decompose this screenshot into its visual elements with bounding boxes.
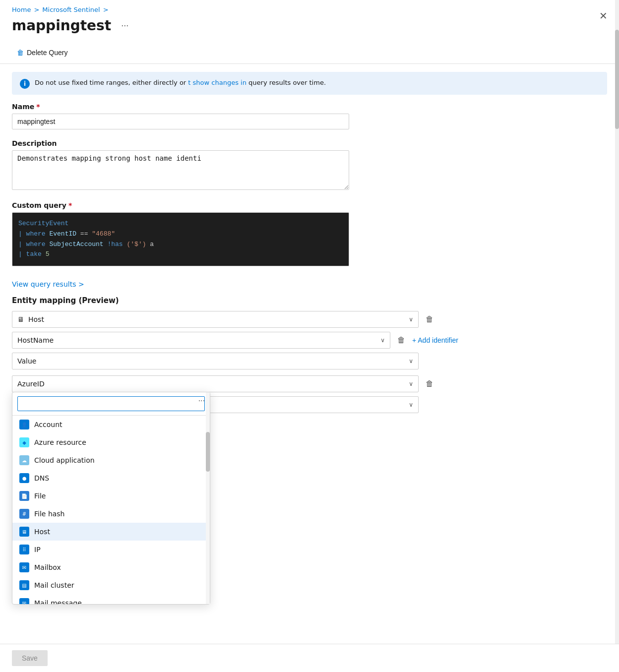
code-line-1: SecurityEvent <box>18 219 343 229</box>
azure-dropdown-row: AzureID ∨ 🗑 <box>12 375 458 392</box>
entity-label-account: Account <box>34 421 62 428</box>
dropdown-item-ip[interactable]: ⠿IP <box>12 541 210 558</box>
dropdown-items-list: 👤Account◆Azure resource☁Cloud applicatio… <box>12 416 210 604</box>
value1-label: Value <box>17 357 36 365</box>
host-icon: 🖥 <box>17 315 24 323</box>
name-required: * <box>36 103 40 111</box>
query-required: * <box>68 201 72 209</box>
host-selector[interactable]: 🖥 Host ∨ <box>12 311 419 328</box>
more-options-button[interactable]: ··· <box>117 18 132 33</box>
entity-icon-dns: ● <box>19 473 29 483</box>
entity-icon-mail_message: ✉ <box>19 598 29 604</box>
code-line-4: | take 5 <box>18 249 343 260</box>
entity-icon-file: 📄 <box>19 491 29 501</box>
page-scrollbar[interactable] <box>615 0 619 672</box>
entity-label-cloud_application: Cloud application <box>34 456 95 464</box>
entity-label-file_hash: File hash <box>34 510 65 518</box>
query-label: Custom query * <box>12 201 607 209</box>
view-query-link[interactable]: View query results > <box>12 280 84 288</box>
add-identifier-label: + Add identifier <box>412 336 458 344</box>
footer-actions: Save <box>0 644 619 672</box>
value1-selector[interactable]: Value ∨ <box>12 353 419 369</box>
entity-label-ip: IP <box>34 546 41 553</box>
hostname-label: HostName <box>17 336 54 344</box>
breadcrumb-sep2: > <box>103 6 109 13</box>
close-button[interactable]: ✕ <box>595 8 611 24</box>
info-banner: i Do not use fixed time ranges, either d… <box>12 72 607 95</box>
query-group: Custom query * SecurityEvent | where Eve… <box>12 201 607 266</box>
entity-icon-host: 🖥 <box>19 527 29 537</box>
code-line-2: | where EventID == "4688" <box>18 229 343 240</box>
dropdown-search-input[interactable] <box>17 396 205 411</box>
entity-icon-ip: ⠿ <box>19 545 29 554</box>
page-title: mappingtest <box>12 17 111 34</box>
dropdown-item-mail_cluster[interactable]: ▤Mail cluster <box>12 576 210 594</box>
entity-icon-cloud_application: ☁ <box>19 455 29 465</box>
form-section: Name * Description Demonstrates mapping … <box>0 103 619 413</box>
dropdown-scrollbar-thumb <box>206 432 210 472</box>
code-editor[interactable]: SecurityEvent | where EventID == "4688" … <box>12 212 349 266</box>
entity-icon-file_hash: # <box>19 509 29 519</box>
host-chevron: ∨ <box>409 316 413 323</box>
info-icon: i <box>20 79 30 89</box>
trash-icon: 🗑 <box>17 49 24 57</box>
delete-hostname-button[interactable]: 🗑 <box>394 333 408 348</box>
azure-selector[interactable]: AzureID ∨ <box>12 375 419 392</box>
delete-azure-button[interactable]: 🗑 <box>423 376 436 391</box>
dropdown-item-mailbox[interactable]: ✉Mailbox <box>12 558 210 576</box>
description-textarea[interactable]: Demonstrates mapping strong host name id… <box>12 150 349 190</box>
breadcrumb-home[interactable]: Home <box>12 6 31 13</box>
azure-chevron: ∨ <box>409 380 413 387</box>
dropdown-item-account[interactable]: 👤Account <box>12 416 210 433</box>
description-label: Description <box>12 139 607 147</box>
host-dropdown-row: 🖥 Host ∨ 🗑 <box>12 311 458 328</box>
dropdown-more-button[interactable]: ··· <box>198 396 205 405</box>
info-text: Do not use fixed time ranges, either dir… <box>35 78 326 88</box>
azure-label: AzureID <box>17 380 45 388</box>
dropdown-item-file[interactable]: 📄File <box>12 487 210 505</box>
host-label: Host <box>28 315 44 323</box>
breadcrumb-sentinel[interactable]: Microsoft Sentinel <box>42 6 100 13</box>
name-input[interactable] <box>12 114 349 129</box>
entity-label-mail_cluster: Mail cluster <box>34 581 74 589</box>
entity-label-dns: DNS <box>34 474 49 482</box>
description-group: Description Demonstrates mapping strong … <box>12 139 607 191</box>
dropdown-item-host[interactable]: 🖥Host <box>12 523 210 541</box>
dropdown-item-azure_resource[interactable]: ◆Azure resource <box>12 433 210 451</box>
delete-query-button[interactable]: 🗑 Delete Query <box>12 46 72 60</box>
save-button[interactable]: Save <box>12 650 48 666</box>
entity-label-host: Host <box>34 528 50 536</box>
name-group: Name * <box>12 103 607 129</box>
page-container: Home > Microsoft Sentinel > ✕ mappingtes… <box>0 0 619 672</box>
dropdown-item-mail_message[interactable]: ✉Mail message <box>12 594 210 604</box>
breadcrumb-sep1: > <box>34 6 39 13</box>
hostname-chevron: ∨ <box>380 337 385 344</box>
info-link[interactable]: t show changes in <box>188 79 247 86</box>
add-identifier-button[interactable]: + Add identifier <box>412 333 458 347</box>
entity-label-file: File <box>34 492 46 500</box>
code-line-3: | where SubjectAccount !has ('$') a <box>18 240 343 250</box>
entity-label-mailbox: Mailbox <box>34 563 61 571</box>
dropdown-item-file_hash[interactable]: #File hash <box>12 505 210 523</box>
entity-icon-mailbox: ✉ <box>19 562 29 572</box>
entity-label-mail_message: Mail message <box>34 599 82 604</box>
page-scrollbar-thumb <box>615 30 619 129</box>
entity-type-dropdown: ··· 👤Account◆Azure resource☁Cloud applic… <box>12 392 210 605</box>
hostname-selector[interactable]: HostName ∨ <box>12 332 390 349</box>
dropdown-item-cloud_application[interactable]: ☁Cloud application <box>12 451 210 469</box>
hostname-dropdown-row: HostName ∨ 🗑 + Add identifier <box>12 332 458 349</box>
entity-icon-account: 👤 <box>19 420 29 429</box>
breadcrumb: Home > Microsoft Sentinel > <box>0 0 619 17</box>
dropdown-item-dns[interactable]: ●DNS <box>12 469 210 487</box>
entity-mapping-header: Entity mapping (Preview) <box>12 296 607 305</box>
value1-chevron: ∨ <box>409 358 413 365</box>
delete-query-label: Delete Query <box>27 49 67 57</box>
toolbar: 🗑 Delete Query <box>0 42 619 64</box>
entity-icon-mail_cluster: ▤ <box>19 580 29 590</box>
dropdown-scrollbar[interactable] <box>206 392 210 604</box>
delete-host-button[interactable]: 🗑 <box>423 312 436 327</box>
info-text-part2: query results over time. <box>248 79 326 86</box>
dropdown-search-area <box>12 392 210 416</box>
info-text-part1: Do not use fixed time ranges, either dir… <box>35 79 186 86</box>
value1-dropdown-row: Value ∨ <box>12 353 458 369</box>
